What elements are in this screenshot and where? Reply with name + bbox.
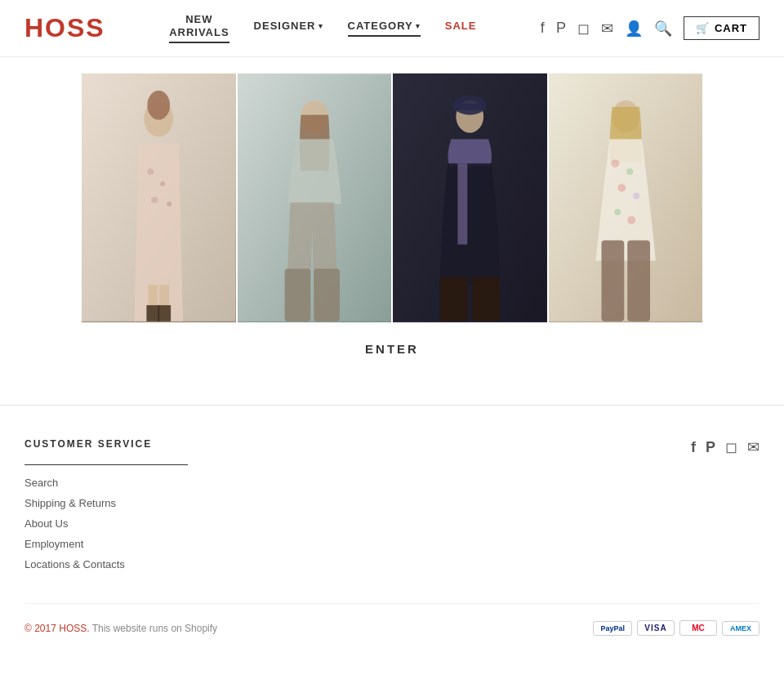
hero-panel-3[interactable] [393, 73, 549, 322]
facebook-icon[interactable]: f [541, 20, 545, 37]
site-header: HOSS NEW ARRIVALS DESIGNER ▾ CATEGORY ▾ … [0, 0, 784, 57]
footer-email-icon[interactable]: ✉ [747, 438, 760, 456]
svg-point-6 [167, 202, 172, 206]
footer-link-search[interactable]: Search [24, 477, 188, 489]
svg-point-3 [147, 168, 154, 175]
svg-rect-18 [453, 104, 486, 110]
svg-rect-13 [284, 268, 310, 321]
svg-point-27 [633, 193, 639, 199]
designer-dropdown-arrow: ▾ [318, 22, 323, 30]
customer-service-title: CUSTOMER SERVICE [24, 438, 188, 450]
search-icon[interactable]: 🔍 [654, 20, 672, 38]
svg-point-5 [151, 197, 158, 203]
enter-link[interactable]: ENTER [365, 342, 419, 356]
header-right: f P ◻ ✉ 👤 🔍 🛒 CART [541, 16, 760, 40]
footer-copyright: © 2017 HOSS. This website runs on Shopif… [24, 623, 217, 634]
paypal-badge: PayPal [593, 621, 632, 636]
hero-panel-4[interactable] [549, 73, 703, 322]
amex-badge: AMEX [722, 621, 760, 636]
visa-badge: VISA [637, 620, 675, 636]
instagram-icon[interactable]: ◻ [577, 20, 590, 38]
svg-rect-14 [314, 268, 340, 321]
nav-new-arrivals[interactable]: NEW ARRIVALS [169, 13, 229, 43]
svg-point-2 [147, 91, 170, 120]
footer-top: CUSTOMER SERVICE Search Shipping & Retur… [24, 438, 760, 603]
footer-customer-service: CUSTOMER SERVICE Search Shipping & Retur… [24, 438, 188, 579]
nav-sale[interactable]: SALE [445, 20, 477, 37]
svg-rect-19 [457, 163, 467, 244]
svg-rect-9 [146, 305, 159, 322]
footer-link-shipping[interactable]: Shipping & Returns [24, 497, 188, 509]
footer-instagram-icon[interactable]: ◻ [725, 438, 737, 456]
svg-point-25 [626, 168, 633, 175]
footer-link-about[interactable]: About Us [24, 517, 188, 530]
email-icon[interactable]: ✉ [601, 20, 613, 38]
hero-grid [82, 73, 702, 322]
pinterest-icon[interactable]: P [556, 20, 566, 37]
hero-panel-1[interactable] [82, 73, 238, 322]
payment-icons: PayPal VISA MC AMEX [593, 620, 760, 636]
svg-point-26 [617, 184, 626, 192]
svg-rect-21 [472, 277, 500, 322]
svg-point-24 [611, 159, 619, 167]
cart-label: CART [715, 22, 747, 34]
svg-point-29 [627, 216, 635, 224]
main-content: ENTER [0, 57, 784, 405]
footer-link-employment[interactable]: Employment [24, 538, 188, 550]
svg-rect-31 [627, 241, 650, 322]
svg-point-4 [160, 181, 165, 186]
mastercard-badge: MC [679, 620, 717, 636]
category-dropdown-arrow: ▾ [416, 22, 421, 30]
nav-designer[interactable]: DESIGNER ▾ [254, 20, 323, 37]
account-icon[interactable]: 👤 [625, 20, 643, 38]
footer-facebook-icon[interactable]: f [691, 439, 696, 456]
hero-panel-2[interactable] [238, 73, 394, 322]
svg-rect-20 [440, 277, 468, 322]
cart-button[interactable]: 🛒 CART [684, 16, 760, 40]
nav-category[interactable]: CATEGORY ▾ [348, 20, 421, 37]
site-footer: CUSTOMER SERVICE Search Shipping & Retur… [0, 405, 784, 660]
footer-social-icons: f P ◻ ✉ [691, 438, 760, 456]
footer-bottom: © 2017 HOSS. This website runs on Shopif… [24, 603, 760, 636]
footer-divider [24, 464, 188, 465]
main-nav: NEW ARRIVALS DESIGNER ▾ CATEGORY ▾ SALE [169, 13, 476, 43]
footer-link-locations[interactable]: Locations & Contacts [24, 558, 188, 570]
shopify-link[interactable]: This website runs on Shopify [92, 623, 217, 634]
svg-rect-30 [601, 241, 624, 322]
footer-pinterest-icon[interactable]: P [706, 439, 715, 456]
svg-point-28 [614, 209, 621, 215]
site-logo[interactable]: HOSS [24, 13, 105, 43]
svg-rect-10 [158, 305, 171, 322]
cart-icon: 🛒 [696, 22, 710, 34]
